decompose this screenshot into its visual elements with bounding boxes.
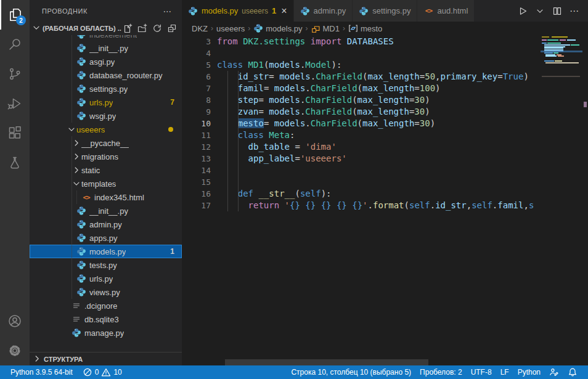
status-python-version[interactable]: Python 3.9.5 64-bit — [6, 365, 77, 379]
tree-file-urls.py[interactable]: urls.py — [30, 272, 182, 285]
split-editor-button[interactable] — [550, 5, 565, 17]
tab-label: models.py — [202, 6, 238, 15]
activitybar-search[interactable] — [0, 30, 30, 59]
explorer-more-button[interactable]: ⋯ — [160, 6, 174, 16]
tab-admin.py[interactable]: admin.py — [294, 0, 353, 22]
code-editor[interactable]: 34567891011121314151617 from DKZ.setting… — [182, 35, 588, 365]
tab-models.py[interactable]: models.pyuseeers1× — [182, 0, 294, 22]
account-icon — [7, 314, 22, 328]
activitybar-testing[interactable] — [0, 148, 30, 177]
tree-file-asgi.py[interactable]: asgi.py — [30, 55, 182, 68]
tab-aud.html[interactable]: <>aud.html — [417, 0, 475, 22]
tree-file-settings.py[interactable]: settings.py — [30, 82, 182, 96]
status-problems[interactable]: 010 — [78, 365, 126, 379]
code-token — [217, 200, 248, 210]
code-token: max_length — [362, 118, 414, 128]
tree-folder-static[interactable]: static — [30, 163, 182, 177]
tree-indent-guide — [71, 204, 72, 218]
code-token: self — [409, 200, 430, 210]
tree-file-wsgi.py[interactable]: wsgi.py — [30, 109, 182, 123]
list-file-icon — [71, 314, 81, 324]
breadcrumb-mesto[interactable]: mesto — [348, 23, 382, 33]
code-token: id_str — [435, 200, 467, 210]
run-button[interactable] — [515, 5, 530, 17]
horizontal-scrollbar[interactable] — [225, 359, 428, 365]
tree-indent-guide — [71, 109, 72, 123]
code-token: 30 — [414, 107, 425, 116]
tree-file-tests.py[interactable]: tests.py — [30, 258, 182, 272]
code-token: {} — [337, 200, 347, 210]
tree-file-apps.py[interactable]: apps.py — [30, 231, 182, 245]
breadcrumb-label: DKZ — [192, 24, 208, 33]
status-feedback[interactable] — [545, 365, 563, 379]
breadcrumb-separator: › — [306, 24, 308, 33]
status-encoding[interactable]: UTF-8 — [467, 365, 496, 379]
scrollbar-selection-marker — [584, 102, 587, 107]
tree-file-db.sqlite3[interactable]: db.sqlite3 — [30, 312, 182, 326]
activitybar-source-control[interactable] — [0, 59, 30, 89]
tree-file-database_roouter.py[interactable]: database_roouter.py — [30, 68, 182, 82]
editor-more-button[interactable]: ⋯ — [567, 4, 582, 18]
run-dropdown[interactable] — [533, 5, 547, 17]
tree-file-urls.py[interactable]: urls.py7 — [30, 96, 182, 109]
chevron-right-icon — [71, 152, 81, 161]
code-token: self — [472, 200, 492, 210]
code-token: = — [258, 107, 269, 116]
activitybar-run-debug[interactable] — [0, 89, 30, 118]
new-file-button[interactable] — [123, 23, 133, 33]
code-token: . — [305, 83, 310, 93]
status-cursor-position[interactable]: Строка 10, столбец 10 (выбрано 5) — [287, 365, 415, 379]
tree-file-views.py[interactable]: views.py — [30, 285, 182, 299]
code-token — [279, 200, 284, 210]
breadcrumb-useeers[interactable]: useeers — [216, 24, 245, 33]
close-icon[interactable]: × — [281, 6, 287, 16]
tab-settings.py[interactable]: settings.py — [353, 0, 417, 22]
code-token: models — [274, 118, 306, 128]
structure-section-header[interactable]: СТРУКТУРА — [30, 352, 182, 365]
tree-item-label: database_roouter.py — [89, 71, 163, 80]
breadcrumb-DKZ[interactable]: DKZ — [192, 24, 208, 33]
collapse-all-button[interactable] — [167, 23, 177, 33]
activitybar-settings-gear[interactable] — [0, 336, 30, 365]
tree-file-indexelement[interactable]: indexelement — [30, 35, 182, 41]
status-notifications[interactable] — [563, 365, 582, 379]
tree-indent-guide — [71, 96, 72, 109]
minimap[interactable] — [541, 35, 582, 365]
new-folder-button[interactable] — [137, 23, 147, 33]
tree-file-__init__.py[interactable]: __init__.py — [30, 41, 182, 55]
tree-file-manage.py[interactable]: manage.py — [30, 326, 182, 340]
vertical-scrollbar[interactable] — [582, 35, 588, 365]
code-token: 'useeers' — [300, 153, 347, 163]
code-token — [347, 200, 352, 210]
line-number: 7 — [182, 83, 211, 94]
refresh-button[interactable] — [152, 23, 162, 33]
tree-indent-guide — [71, 163, 72, 177]
tree-file-index345.html[interactable]: <>index345.html — [30, 190, 182, 204]
tree-file-models.py[interactable]: models.py1 — [30, 245, 182, 258]
activitybar-account[interactable] — [0, 306, 30, 336]
activitybar-extensions[interactable] — [0, 118, 30, 148]
tree-folder-templates[interactable]: templates — [30, 177, 182, 190]
tree-file-admin.py[interactable]: admin.py — [30, 218, 182, 231]
code-token: models — [274, 83, 306, 93]
status-language-mode[interactable]: Python — [513, 365, 545, 379]
code-token: = — [290, 142, 305, 152]
activitybar-explorer[interactable]: 2 — [0, 0, 30, 30]
status-indentation[interactable]: Пробелов: 2 — [415, 365, 467, 379]
code-token: . — [311, 71, 316, 81]
chevron-right-icon — [32, 354, 42, 365]
status-eol[interactable]: LF — [496, 365, 513, 379]
breadcrumb-MD1[interactable]: MD1 — [311, 24, 340, 33]
tree-file-.dcignore[interactable]: .dcignore — [30, 299, 182, 312]
tree-indent-guide — [71, 68, 72, 82]
workspace-section-header[interactable]: (РАБОЧАЯ ОБЛАСТЬ) ... — [30, 22, 182, 35]
tree-item-label: db.sqlite3 — [84, 315, 119, 324]
breadcrumb-label: MD1 — [323, 24, 340, 33]
code-token: Model — [305, 60, 331, 70]
tree-folder-migrations[interactable]: migrations — [30, 150, 182, 163]
breadcrumb-models.py[interactable]: models.py — [253, 23, 302, 33]
tree-folder-useeers[interactable]: useeers — [30, 123, 182, 136]
tree-folder-__pycache__[interactable]: __pycache__ — [30, 136, 182, 150]
code-token: ) — [425, 95, 430, 105]
tree-file-__init__.py[interactable]: __init__.py — [30, 204, 182, 218]
